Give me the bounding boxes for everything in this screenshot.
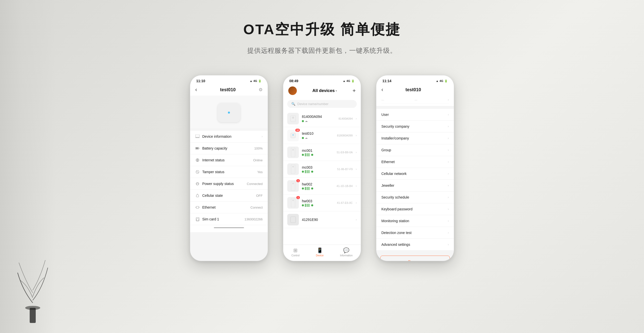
device-info-icon [195,134,200,139]
settings-item-installer[interactable]: Installer/company › [376,132,454,144]
list-item[interactable]: mc001 ▌▌▌ 51-E8-B8-0A › [283,144,361,161]
menu-item-cellular[interactable]: Cellular state OFF [190,190,268,202]
security-company-chevron: › [448,125,449,128]
phone3-settings-list: User › Security company › Installer/comp… [376,109,454,251]
device-thumbnail-1 [287,113,299,124]
settings-item-user[interactable]: User › [376,109,454,121]
list-item[interactable]: 41291E90 › [283,211,361,228]
device-id-6: 41-67-E6-0C [337,201,353,204]
settings-item-ethernet[interactable]: Ethernet › [376,156,454,168]
list-item[interactable]: 1 hw002 ▌▌▌ 41-1D-1B-B4 › [283,178,361,195]
menu-item-tamper[interactable]: Tamper status Yes [190,166,268,178]
phone1-bottom-bar [190,225,268,232]
menu-item-power[interactable]: Power supply status Connected [190,178,268,190]
detection-zone-label: Detection zone test [381,231,412,235]
settings-item-keyboard-password[interactable]: Keyboard password › [376,203,454,215]
menu-item-internet[interactable]: Internet status Online [190,154,268,166]
control-tab-icon: ⊞ [293,247,298,253]
device-icons-6: ▌▌▌ [302,204,334,207]
remove-button[interactable]: Remove [380,256,450,261]
group-chevron: › [448,148,449,152]
signal-bars-4: ▌▌▌ [305,170,310,173]
cellular-value: OFF [256,194,263,198]
device-hub-image [218,103,240,122]
device-info-3: mc001 ▌▌▌ [302,149,334,156]
status-dot-4 [302,171,304,173]
power-icon [195,181,200,186]
device-thumbnail-2: 10 [287,130,299,141]
device-id-1: 81400A094 [339,117,353,120]
ethernet-label: Ethernet [202,205,216,209]
phone-3: 11:14 ▲ 4G 🔋 ‹ test010 ··· ··· › [376,75,454,261]
wifi-dot-3 [311,154,313,156]
device-id-5: 41-1D-1B-B4 [337,184,353,187]
phone3-status-bar: 11:14 ▲ 4G 🔋 [376,75,454,84]
svg-point-31 [292,200,294,201]
device-name-3: mc001 [302,149,334,153]
internet-icon [195,158,200,162]
phone1-signal-icon: ▲ [250,79,252,82]
jeweller-label: Jeweller [381,183,394,187]
user-avatar[interactable] [288,86,297,95]
phone2-battery-icon: 🔋 [351,79,355,83]
list-item[interactable]: 814000A094 ☁ 81400A094 › [283,110,361,127]
list-item[interactable]: mc003 ▌▌▌ 51-86-B7-F9 › [283,161,361,178]
power-value: Connected [247,182,263,186]
phone3-back-icon[interactable]: ‹ [381,86,383,93]
settings-item-cellular-network[interactable]: Cellular network › [376,168,454,180]
svg-rect-32 [291,217,296,223]
phone3-network-icon: 4G [439,79,443,82]
wifi-dot-5 [311,187,313,189]
settings-item-group[interactable]: Group › [376,144,454,156]
menu-item-device-info[interactable]: Device information › [190,131,268,142]
settings-item-jeweller[interactable]: Jeweller › [376,180,454,192]
device-search-bar[interactable]: 🔍 Device name/number [287,100,357,108]
security-schedule-chevron: › [448,196,449,199]
svg-rect-6 [196,148,198,149]
device-badge-5: 1 [296,179,300,182]
add-device-icon[interactable]: + [352,87,356,94]
svg-point-7 [196,159,199,162]
tab-information[interactable]: 💬 Information [340,247,352,257]
device-thumbnail-7 [287,214,299,225]
settings-item-monitoring-station[interactable]: Monitoring station › [376,215,454,227]
info-tab-icon: 💬 [343,247,349,253]
menu-item-simcard[interactable]: Sim card 1 1360002266 [190,213,268,225]
phone2-status-icons: ▲ 4G 🔋 [343,79,355,83]
monitoring-station-chevron: › [448,219,449,223]
list-item[interactable]: 10 test010 ☁ 818080A099 › [283,127,361,144]
phone1-time: 11:10 [196,79,205,83]
phone1-title: test010 [220,87,236,92]
phone2-network-icon: 4G [346,79,350,82]
device-led [228,112,230,114]
internet-value: Online [253,158,263,162]
security-schedule-label: Security schedule [381,195,409,199]
phone1-device-image [190,96,268,128]
settings-item-advanced[interactable]: Advanced settings › [376,239,454,251]
settings-item-security-company[interactable]: Security company › [376,121,454,132]
phones-container: 11:10 ▲ 4G 🔋 ‹ test010 ⚙ [190,75,454,261]
tab-control[interactable]: ⊞ Control [292,247,300,257]
device-chevron-5: › [356,184,357,188]
phone1-back-icon[interactable]: ‹ [195,86,197,93]
phone2-title[interactable]: All devices ▾ [312,88,337,93]
phone1-nav: ‹ test010 ⚙ [190,84,268,96]
device-id-3: 51-E8-B8-0A [337,151,353,154]
device-chevron-6: › [356,201,357,205]
phone1-settings-icon[interactable]: ⚙ [259,87,263,92]
ethernet-settings-label: Ethernet [381,160,395,164]
signal-bars-5: ▌▌▌ [305,187,310,190]
installer-chevron: › [448,136,449,140]
menu-item-battery[interactable]: Battery capacity 100% [190,142,268,154]
menu-item-ethernet[interactable]: Ethernet Connect [190,202,268,213]
list-item[interactable]: 1 hw003 ▌▌▌ 41-67-E6-0C › [283,195,361,211]
phone2-nav: All devices ▾ + [283,84,361,98]
settings-item-security-schedule[interactable]: Security schedule › [376,192,454,203]
device-tab-icon: 📱 [317,247,323,253]
tab-device[interactable]: 📱 Device [316,247,324,257]
svg-point-21 [292,117,294,119]
settings-item-detection-zone[interactable]: Detection zone test › [376,227,454,239]
partial-row-1: ··· ··· › [381,97,449,104]
device-id-4: 51-86-B7-F9 [337,168,353,171]
svg-rect-13 [196,206,199,208]
